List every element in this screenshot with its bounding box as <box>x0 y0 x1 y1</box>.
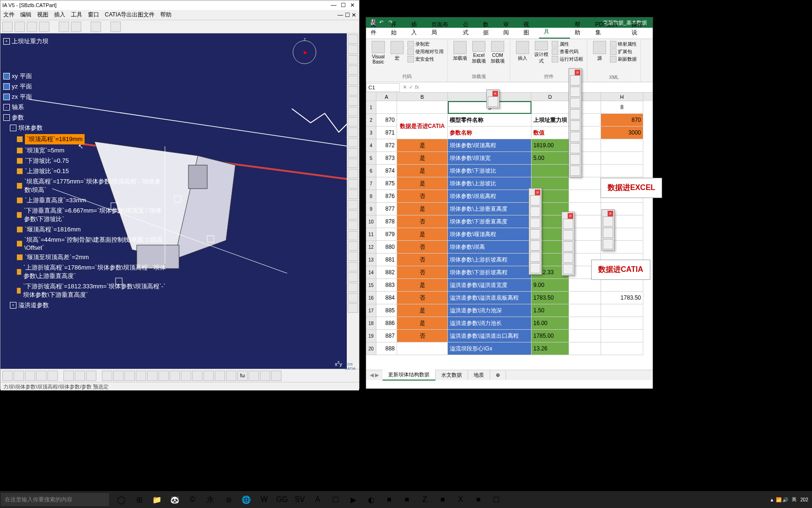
cell[interactable]: 数据是否进CATIA <box>397 114 448 139</box>
cell[interactable]: 874 <box>376 165 397 177</box>
tab-formula[interactable]: 公式 <box>458 19 478 39</box>
row-header[interactable]: 15 <box>366 279 376 292</box>
map-props[interactable]: 映射属性 <box>610 41 637 48</box>
tool-icon[interactable] <box>348 45 358 54</box>
menu-edit[interactable]: 编辑 <box>20 11 31 19</box>
sheet-tab[interactable]: 水文数据 <box>436 370 468 380</box>
name-box[interactable]: C1 <box>366 83 400 92</box>
cell[interactable] <box>397 342 448 355</box>
cell[interactable]: 1783.50 <box>601 292 643 304</box>
tool-icon[interactable] <box>192 371 203 381</box>
row-header[interactable]: 18 <box>366 317 376 330</box>
cell[interactable]: 坝体参数\坝底高程 <box>448 190 531 203</box>
row-header[interactable]: 4 <box>366 139 376 152</box>
addin-button[interactable]: 加载项 <box>452 41 468 64</box>
cell[interactable]: 坝体参数\下游坡比 <box>448 165 531 177</box>
tree-param[interactable]: `坝高`=44mm=`控制骨架\建基面控制线\草图.1\坝高\Offset` <box>24 236 167 251</box>
tool-icon[interactable] <box>348 86 358 95</box>
tb-icon[interactable] <box>15 22 25 32</box>
cell[interactable]: 879 <box>376 228 397 241</box>
cell[interactable]: 888 <box>376 342 397 355</box>
menu-export[interactable]: CATIA导出出图文件 <box>105 11 155 19</box>
cell[interactable]: 否 <box>397 292 448 304</box>
cell[interactable] <box>601 152 643 165</box>
tab-view[interactable]: 视图 <box>519 19 539 39</box>
cell[interactable]: 是 <box>397 228 448 241</box>
cell[interactable]: 上坝址重力坝 <box>531 114 569 127</box>
menu-file[interactable]: 文件 <box>3 11 15 19</box>
tool-icon[interactable] <box>226 371 236 381</box>
cell[interactable]: 否 <box>397 190 448 203</box>
task-icon[interactable]: ■ <box>470 492 487 507</box>
data-to-catia-button[interactable]: 数据进CATIA <box>591 260 650 280</box>
tool-icon[interactable] <box>348 179 358 189</box>
sheet-tab[interactable]: 地质 <box>468 370 490 380</box>
cell[interactable]: 870 <box>376 114 397 127</box>
expand-icon[interactable]: + <box>3 38 10 45</box>
view-code[interactable]: 查看代码 <box>552 48 583 55</box>
sheet-nav[interactable]: ◀ ▶ <box>366 372 383 378</box>
tool-icon[interactable] <box>249 371 259 381</box>
tb-icon[interactable] <box>27 22 37 32</box>
tool-icon[interactable]: fω <box>237 371 248 381</box>
cell[interactable]: 5.00 <box>531 152 569 165</box>
tree-param[interactable]: `堰顶至坝顶高差`=2mm <box>25 253 89 262</box>
tb-icon[interactable] <box>110 22 121 32</box>
cell[interactable]: 13.26 <box>531 342 569 355</box>
tree-body-params[interactable]: 坝体参数 <box>18 124 43 132</box>
task-icon[interactable]: X <box>452 492 469 507</box>
tool-icon[interactable] <box>348 55 358 64</box>
tool-icon[interactable] <box>348 303 358 313</box>
tool-icon[interactable] <box>348 127 358 137</box>
tool-icon[interactable] <box>136 371 146 381</box>
cell[interactable]: 溢洪道参数\溢洪道底板高程 <box>448 292 531 304</box>
macro-button[interactable]: 宏 <box>389 41 406 64</box>
cell[interactable]: 882 <box>376 266 397 279</box>
fx-icon[interactable]: fx <box>415 84 419 90</box>
row-header[interactable]: 1 <box>366 101 376 114</box>
tree-param[interactable]: `下游折坡高程`=1812.333mm=`坝体参数\坝顶高程`-`坝体参数\下游… <box>23 282 167 299</box>
tool-icon[interactable] <box>348 210 358 220</box>
tool-icon[interactable] <box>348 96 358 106</box>
cell[interactable]: 1785.00 <box>531 330 569 342</box>
cell[interactable]: 否 <box>397 241 448 254</box>
tb-icon[interactable] <box>39 22 49 32</box>
task-icon[interactable]: Z <box>416 492 433 507</box>
cell[interactable]: 1819.00 <box>531 139 569 152</box>
expand-icon[interactable]: - <box>3 104 10 111</box>
tree-param[interactable]: `坝顶宽`=5mm <box>25 146 64 155</box>
source-button[interactable]: 源 <box>591 41 608 64</box>
cell[interactable]: 是 <box>397 177 448 190</box>
cell[interactable] <box>601 330 643 342</box>
close-icon[interactable]: × <box>535 190 540 195</box>
cell[interactable]: 溢流坝段形心\Gx <box>448 342 531 355</box>
task-icon[interactable]: 📁 <box>148 492 165 507</box>
tool-icon[interactable] <box>14 371 24 381</box>
tree-axes[interactable]: 轴系 <box>12 103 24 111</box>
menu-insert[interactable]: 插入 <box>54 11 65 19</box>
tab-home[interactable]: 开始 <box>386 19 406 39</box>
col-header[interactable]: B <box>397 93 448 101</box>
tool-icon[interactable] <box>170 371 180 381</box>
tree-root[interactable]: 上坝址重力坝 <box>12 37 48 46</box>
tool-icon[interactable] <box>348 148 358 158</box>
menu-window[interactable]: 窗口 <box>88 11 99 19</box>
tool-icon[interactable] <box>25 371 35 381</box>
vb-button[interactable]: Visual Basic <box>370 41 387 64</box>
cell[interactable]: 模型零件名称 <box>448 114 531 127</box>
row-header[interactable]: 3 <box>366 127 376 139</box>
tree-spillway[interactable]: 溢洪道参数 <box>18 301 49 310</box>
row-header[interactable]: 6 <box>366 165 376 177</box>
tree-param[interactable]: `堰顶高程`=1816mm <box>25 225 81 234</box>
cell[interactable]: 1783.50 <box>531 292 569 304</box>
cell[interactable]: 16.00 <box>531 317 569 330</box>
relative-ref[interactable]: 使用相对引用 <box>407 48 444 55</box>
tb-icon[interactable] <box>2 22 13 32</box>
tool-icon[interactable] <box>260 371 270 381</box>
cell[interactable]: 是 <box>397 279 448 292</box>
tool-icon[interactable] <box>348 231 358 240</box>
cell[interactable]: 坝体参数\下游垂直高度 <box>448 215 531 228</box>
cell[interactable]: 溢洪道参数\溢洪道宽度 <box>448 279 531 292</box>
task-icon[interactable]: ■ <box>381 492 398 507</box>
cell[interactable] <box>601 165 643 177</box>
